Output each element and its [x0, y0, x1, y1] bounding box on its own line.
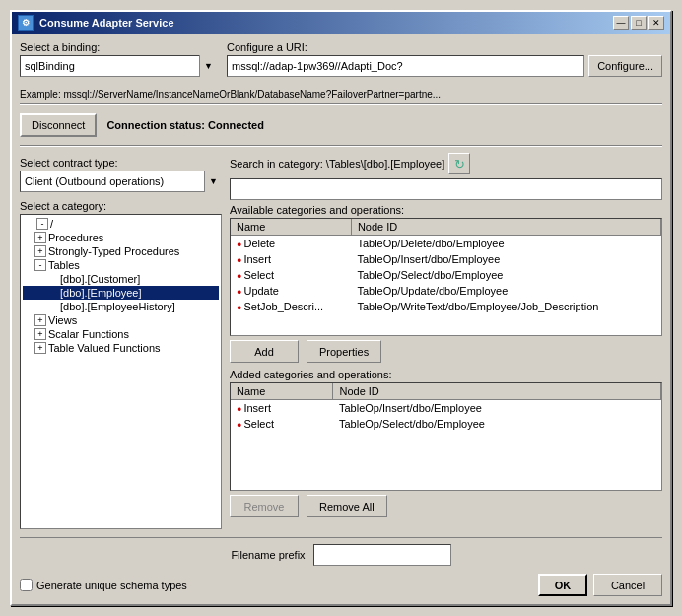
right-panel: Search in category: \Tables\[dbo].[Emplo… [230, 153, 662, 529]
available-ops-name: ●SetJob_Descri... [231, 299, 351, 314]
available-ops-row[interactable]: ●SetJob_Descri...TableOp/WriteText/dbo/E… [231, 299, 661, 314]
tree-item-table-valued[interactable]: + Table Valued Functions [23, 341, 219, 355]
add-button[interactable]: Add [230, 340, 299, 363]
remove-row: Remove Remove All [230, 495, 662, 517]
scalar-expander[interactable]: + [34, 328, 46, 340]
added-ops-nodeid: TableOp/Insert/dbo/Employee [333, 400, 661, 417]
views-expander[interactable]: + [34, 314, 46, 326]
title-bar-left: ⚙ Consume Adapter Service [18, 15, 174, 31]
refresh-button[interactable]: ↻ [448, 153, 470, 174]
binding-select[interactable]: sqlBinding [20, 55, 217, 77]
properties-button[interactable]: Properties [307, 340, 381, 363]
binding-label: Select a binding: [20, 41, 217, 53]
remove-all-button[interactable]: Remove All [307, 495, 387, 517]
tree-item-employee[interactable]: [dbo].[Employee] [23, 286, 219, 300]
main-content: Select contract type: Client (Outbound o… [20, 153, 662, 529]
search-row: Search in category: \Tables\[dbo].[Emplo… [230, 153, 662, 174]
add-properties-row: Add Properties [230, 340, 662, 363]
uri-label: Configure a URI: [227, 41, 662, 53]
uri-input[interactable] [227, 55, 584, 77]
connection-status: Connection status: Connected [106, 119, 264, 131]
filename-row: Filename prefix [20, 544, 662, 566]
available-ops-row[interactable]: ●DeleteTableOp/Delete/dbo/Employee [231, 236, 661, 252]
tree-item-scalar[interactable]: + Scalar Functions [23, 327, 219, 341]
uri-group: Configure a URI: Configure... [227, 41, 662, 83]
search-label: Search in category: \Tables\[dbo].[Emplo… [230, 158, 444, 170]
tree-item-employeehistory[interactable]: [dbo].[EmployeeHistory] [23, 300, 219, 313]
available-ops-name: ●Update [231, 283, 351, 299]
available-ops-nodeid: TableOp/Update/dbo/Employee [351, 283, 660, 299]
employeehistory-label: [dbo].[EmployeeHistory] [60, 301, 175, 312]
search-input[interactable] [230, 178, 662, 200]
root-expander[interactable]: - [36, 218, 48, 230]
available-ops-name: ●Delete [231, 236, 351, 252]
main-window: ⚙ Consume Adapter Service — □ ✕ Select a… [10, 10, 672, 606]
category-tree[interactable]: - / + Procedures + Strongly-Typed Proced… [20, 214, 222, 529]
binding-group: Select a binding: sqlBinding ▼ [20, 41, 217, 83]
contract-label: Select contract type: [20, 157, 222, 169]
available-ops-nodeid: TableOp/WriteText/dbo/Employee/Job_Descr… [351, 299, 660, 314]
available-ops-name: ●Insert [231, 251, 351, 267]
minimize-button[interactable]: — [613, 16, 629, 30]
added-col-name: Name [231, 383, 333, 400]
available-ops-label: Available categories and operations: [230, 204, 662, 216]
cancel-button[interactable]: Cancel [593, 574, 662, 596]
tables-expander[interactable]: - [34, 259, 46, 271]
divider-2 [20, 145, 662, 147]
filename-input[interactable] [313, 544, 451, 566]
available-ops-row[interactable]: ●InsertTableOp/Insert/dbo/Employee [231, 251, 661, 267]
remove-button[interactable]: Remove [230, 495, 299, 517]
window-title: Consume Adapter Service [39, 17, 174, 29]
app-icon: ⚙ [18, 15, 34, 31]
available-ops-nodeid: TableOp/Delete/dbo/Employee [351, 236, 660, 252]
procedures-expander[interactable]: + [34, 232, 46, 243]
available-ops-name: ●Select [231, 267, 351, 283]
connection-bar: Disconnect Connection status: Connected [20, 109, 662, 141]
available-ops-panel[interactable]: Name Node ID ●DeleteTableOp/Delete/dbo/E… [230, 218, 662, 336]
tree-item-procedures[interactable]: + Procedures [23, 231, 219, 244]
unique-schema-checkbox[interactable] [20, 579, 33, 591]
ok-button[interactable]: OK [538, 574, 587, 596]
tree-item-views[interactable]: + Views [23, 313, 219, 327]
strongly-typed-expander[interactable]: + [34, 245, 46, 257]
table-valued-label: Table Valued Functions [48, 342, 161, 354]
added-ops-panel[interactable]: Name Node ID ●InsertTableOp/Insert/dbo/E… [230, 382, 662, 491]
divider-1 [20, 103, 662, 105]
contract-select-wrapper: Client (Outbound operations) ▼ [20, 171, 222, 192]
procedures-label: Procedures [48, 232, 103, 243]
strongly-typed-label: Strongly-Typed Procedures [48, 245, 179, 257]
window-content: Select a binding: sqlBinding ▼ Configure… [12, 34, 670, 604]
added-ops-row[interactable]: ●SelectTableOp/Select/dbo/Employee [231, 416, 661, 432]
tree-item-customer[interactable]: [dbo].[Customer] [23, 272, 219, 286]
category-label: Select a category: [20, 200, 222, 212]
tree-item-strongly-typed[interactable]: + Strongly-Typed Procedures [23, 244, 219, 258]
added-col-nodeid: Node ID [333, 383, 661, 400]
contract-select[interactable]: Client (Outbound operations) [20, 171, 222, 192]
disconnect-button[interactable]: Disconnect [20, 113, 97, 137]
table-valued-expander[interactable]: + [34, 342, 46, 354]
binding-select-wrapper: sqlBinding ▼ [20, 55, 217, 77]
filename-label: Filename prefix [231, 549, 305, 561]
added-ops-name: ●Select [231, 416, 333, 432]
left-panel: Select contract type: Client (Outbound o… [20, 153, 222, 529]
tree-item-root[interactable]: - / [23, 217, 219, 231]
title-bar: ⚙ Consume Adapter Service — □ ✕ [12, 12, 670, 34]
available-ops-table: Name Node ID ●DeleteTableOp/Delete/dbo/E… [231, 219, 661, 314]
employee-label: [dbo].[Employee] [60, 287, 142, 299]
checkbox-row: Generate unique schema types [20, 579, 187, 591]
ok-cancel-row: OK Cancel [538, 574, 662, 596]
available-ops-row[interactable]: ●SelectTableOp/Select/dbo/Employee [231, 267, 661, 283]
added-ops-nodeid: TableOp/Select/dbo/Employee [333, 416, 661, 432]
tree-item-tables[interactable]: - Tables [23, 258, 219, 272]
maximize-button[interactable]: □ [631, 16, 647, 30]
scalar-label: Scalar Functions [48, 328, 129, 340]
search-input-row [230, 178, 662, 200]
available-ops-row[interactable]: ●UpdateTableOp/Update/dbo/Employee [231, 283, 661, 299]
tables-label: Tables [48, 259, 80, 271]
configure-button[interactable]: Configure... [588, 55, 662, 77]
added-ops-label: Added categories and operations: [230, 369, 662, 380]
unique-schema-label: Generate unique schema types [36, 580, 187, 591]
bottom-bar: Generate unique schema types OK Cancel [20, 574, 662, 596]
close-button[interactable]: ✕ [648, 16, 664, 30]
added-ops-row[interactable]: ●InsertTableOp/Insert/dbo/Employee [231, 400, 661, 417]
